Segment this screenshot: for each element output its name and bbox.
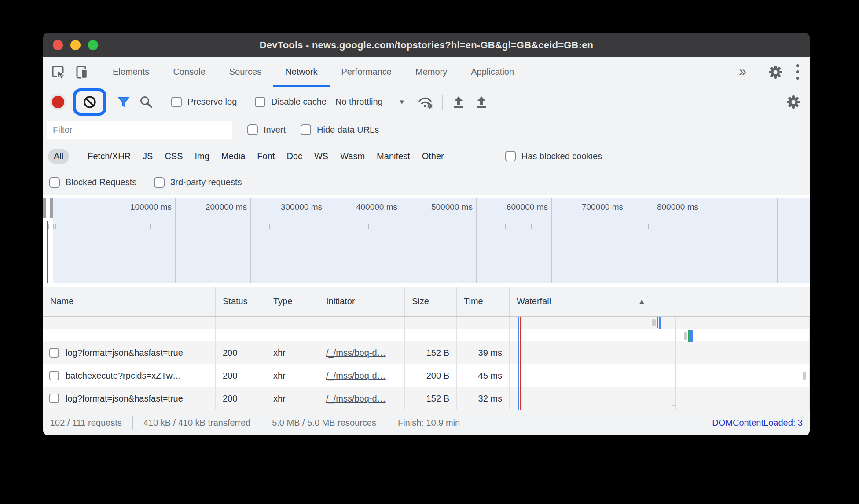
preserve-log-checkbox[interactable] [171, 97, 182, 107]
clear-button-highlight [73, 88, 106, 116]
table-row[interactable]: log?format=json&hasfast=true 200 xhr /_/… [43, 387, 810, 410]
has-blocked-cookies-checkbox[interactable] [505, 151, 516, 161]
tab-memory[interactable]: Memory [404, 57, 459, 87]
initiator-link[interactable]: /_/mss/boq-d… [326, 348, 386, 358]
device-toolbar-icon[interactable] [75, 65, 90, 80]
tab-sources[interactable]: Sources [217, 57, 273, 87]
tab-network[interactable]: Network [273, 57, 329, 87]
timeline-brush-handle[interactable] [50, 198, 53, 218]
request-name: log?format=json&hasfast=true [66, 348, 183, 358]
toolbar-divider [777, 95, 777, 110]
minimize-window-button[interactable] [70, 40, 81, 50]
filter-chip-doc[interactable]: Doc [286, 151, 302, 161]
tab-console[interactable]: Console [161, 57, 217, 87]
inspect-element-icon[interactable] [51, 65, 66, 80]
filter-chip-fetch-xhr[interactable]: Fetch/XHR [88, 151, 131, 161]
record-network-log-button[interactable] [52, 96, 64, 108]
row-checkbox[interactable] [49, 394, 59, 403]
table-row[interactable]: log?format=json&hasfast=true 200 xhr /_/… [43, 341, 810, 364]
timeline-brush-handle[interactable] [43, 198, 46, 218]
column-header-status[interactable]: Status [216, 287, 266, 316]
empty-stripe-row [43, 329, 810, 341]
timeline-activity-tick [53, 224, 54, 229]
timeline-tick-label: 800000 ms [624, 202, 698, 212]
request-filters-row: Blocked Requests 3rd-party requests [43, 170, 810, 195]
dom-content-loaded-time: DOMContentLoaded: 3 [712, 418, 803, 428]
search-icon[interactable] [139, 95, 153, 109]
hide-data-urls-checkbox[interactable] [301, 124, 311, 135]
filter-chip-media[interactable]: Media [221, 151, 245, 161]
filter-chip-font[interactable]: Font [257, 151, 275, 161]
column-header-name[interactable]: Name [43, 287, 216, 316]
filter-chip-wasm[interactable]: Wasm [340, 151, 365, 161]
tab-performance[interactable]: Performance [330, 57, 404, 87]
filter-input[interactable] [47, 121, 232, 139]
column-header-initiator[interactable]: Initiator [319, 287, 405, 316]
column-header-time[interactable]: Time [457, 287, 510, 316]
filter-funnel-icon[interactable] [117, 95, 130, 109]
disable-cache-checkbox[interactable] [255, 97, 265, 107]
title-bar: DevTools - news.google.com/topstories?hl… [43, 33, 810, 57]
request-name: batchexecute?rpcids=xZTw… [66, 371, 181, 381]
initiator-link[interactable]: /_/mss/boq-d… [326, 394, 386, 404]
row-checkbox[interactable] [49, 348, 59, 358]
timeline-activity-tick [648, 224, 649, 229]
timeline-tick-label: 700000 ms [548, 202, 623, 212]
request-time: 39 ms [457, 341, 510, 364]
chip-divider [78, 150, 78, 163]
initiator-link[interactable]: /_/mss/boq-d… [326, 371, 386, 381]
filter-row: Invert Hide data URLs [43, 117, 810, 142]
column-header-size[interactable]: Size [405, 287, 457, 316]
close-window-button[interactable] [53, 40, 63, 50]
requests-table-header: Name Status Type Initiator Size Time Wat… [43, 287, 810, 317]
row-checkbox[interactable] [49, 371, 59, 380]
request-status: 200 [216, 341, 266, 364]
import-har-icon[interactable] [452, 95, 466, 109]
request-type: xhr [266, 341, 319, 364]
timeline-activity-tick [55, 224, 56, 229]
request-size: 200 B [405, 364, 457, 387]
invert-checkbox[interactable] [247, 124, 258, 135]
timeline-tick-label: 400000 ms [323, 202, 397, 212]
settings-gear-icon[interactable] [768, 65, 783, 80]
timeline-gridline [777, 198, 778, 283]
table-row[interactable]: batchexecute?rpcids=xZTw… 200 xhr /_/mss… [43, 364, 810, 387]
column-header-type[interactable]: Type [266, 287, 319, 316]
timeline-activity-tick [531, 224, 532, 229]
zoom-window-button[interactable] [88, 40, 98, 50]
filter-chip-css[interactable]: CSS [165, 151, 183, 161]
empty-stripe-row [43, 317, 810, 329]
filter-chip-manifest[interactable]: Manifest [377, 151, 410, 161]
blocked-requests-checkbox[interactable] [49, 177, 60, 188]
request-status: 200 [216, 364, 266, 387]
sort-ascending-icon[interactable]: ▲ [638, 297, 646, 306]
timeline-activity-tick [150, 224, 151, 229]
timeline-activity-tick [51, 224, 51, 229]
tab-elements[interactable]: Elements [101, 57, 161, 87]
request-name: log?format=json&hasfast=true [66, 394, 183, 404]
network-conditions-icon[interactable] [418, 95, 433, 109]
filter-chip-all[interactable]: All [48, 149, 69, 164]
finish-time: Finish: 10.9 min [398, 418, 460, 428]
timeline-load-marker [47, 221, 48, 283]
request-status: 200 [216, 387, 266, 410]
request-time: 45 ms [457, 364, 510, 387]
network-overview-timeline[interactable]: 100000 ms 200000 ms 300000 ms 400000 ms … [43, 195, 810, 283]
column-header-waterfall[interactable]: Waterfall [510, 287, 810, 316]
filter-chip-ws[interactable]: WS [314, 151, 328, 161]
filter-chip-other[interactable]: Other [422, 151, 444, 161]
request-type: xhr [266, 387, 319, 410]
filter-chip-img[interactable]: Img [195, 151, 209, 161]
throttling-dropdown[interactable]: No throttling ▼ [335, 97, 405, 107]
customize-devtools-icon[interactable] [793, 64, 802, 80]
tab-application[interactable]: Application [459, 57, 526, 87]
clear-network-log-icon[interactable] [83, 95, 97, 109]
timeline-tick-label: 200000 ms [172, 202, 247, 212]
more-tabs-icon[interactable]: » [739, 65, 746, 80]
filter-chip-js[interactable]: JS [143, 151, 153, 161]
network-settings-gear-icon[interactable] [786, 95, 801, 110]
export-har-icon[interactable] [474, 95, 488, 109]
third-party-requests-checkbox[interactable] [154, 177, 165, 188]
request-time: 32 ms [457, 387, 510, 410]
timeline-activity-tick [368, 224, 369, 229]
